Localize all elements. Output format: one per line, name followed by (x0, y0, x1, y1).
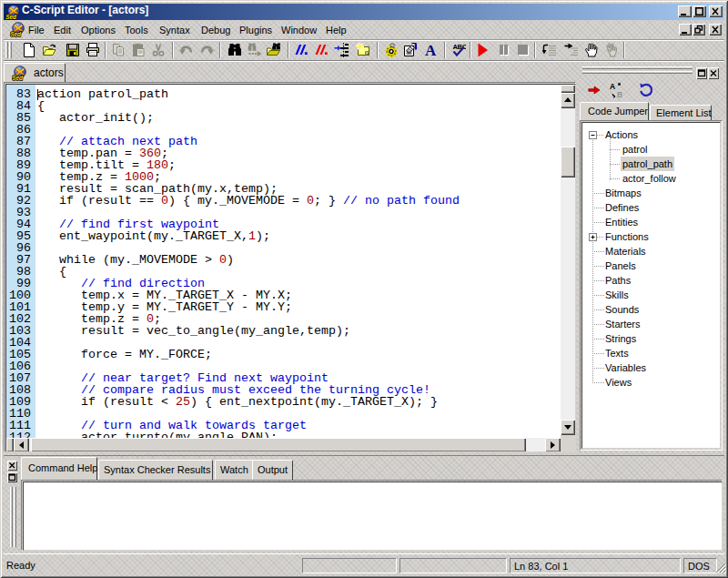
svg-text:B: B (617, 90, 622, 98)
svg-text:Sed: Sed (10, 31, 22, 37)
svg-text:Sed: Sed (5, 14, 17, 20)
svg-text:A: A (425, 43, 437, 57)
svg-text:A: A (610, 82, 615, 91)
svg-text:Sed: Sed (12, 75, 24, 81)
